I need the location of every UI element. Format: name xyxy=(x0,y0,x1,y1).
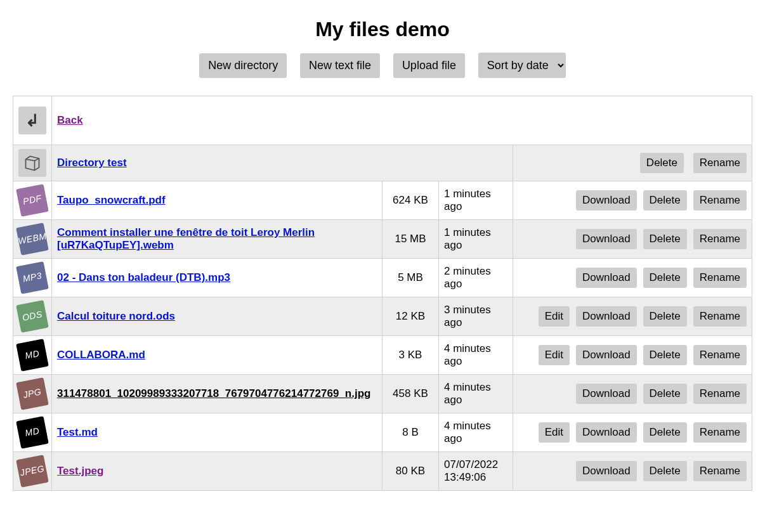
edit-button[interactable]: Edit xyxy=(539,422,570,443)
file-row: WEBMComment installer une fenêtre de toi… xyxy=(13,220,752,259)
file-actions: EditDownloadDeleteRename xyxy=(513,297,752,336)
directory-link[interactable]: Directory test xyxy=(57,157,127,169)
file-actions: DownloadDeleteRename xyxy=(513,452,752,491)
file-time: 3 minutes ago xyxy=(439,297,513,336)
delete-button[interactable]: Delete xyxy=(643,306,687,327)
sort-select[interactable]: Sort by date xyxy=(478,53,566,78)
file-size: 458 KB xyxy=(383,375,439,413)
file-type-icon[interactable]: JPEG xyxy=(16,455,49,488)
file-size: 12 KB xyxy=(383,297,439,336)
file-row: PDFTaupo_snowcraft.pdf624 KB1 minutes ag… xyxy=(13,181,752,220)
file-actions: DownloadDeleteRename xyxy=(513,259,752,297)
delete-button[interactable]: Delete xyxy=(643,190,687,211)
edit-button[interactable]: Edit xyxy=(539,345,570,365)
rename-button[interactable]: Rename xyxy=(693,345,747,365)
file-link[interactable]: Taupo_snowcraft.pdf xyxy=(57,194,166,206)
file-time: 1 minutes ago xyxy=(439,220,513,259)
folder-icon[interactable] xyxy=(18,149,46,177)
file-type-icon[interactable]: MD xyxy=(16,416,49,449)
delete-button[interactable]: Delete xyxy=(640,153,684,173)
file-size: 15 MB xyxy=(383,220,439,259)
file-size: 8 B xyxy=(383,413,439,452)
new-directory-button[interactable]: New directory xyxy=(199,53,287,78)
rename-button[interactable]: Rename xyxy=(693,384,747,404)
file-row: MDTest.md8 B4 minutes agoEditDownloadDel… xyxy=(13,413,752,452)
file-size: 80 KB xyxy=(383,452,439,491)
file-row: MP302 - Dans ton baladeur (DTB).mp35 MB2… xyxy=(13,259,752,297)
rename-button[interactable]: Rename xyxy=(693,422,747,443)
delete-button[interactable]: Delete xyxy=(643,345,687,365)
delete-button[interactable]: Delete xyxy=(643,384,687,404)
download-button[interactable]: Download xyxy=(576,306,637,327)
file-link[interactable]: 311478801_10209989333207718_767970477621… xyxy=(57,387,370,399)
files-table: ↲ Back Directory test Delete xyxy=(13,96,752,491)
back-icon[interactable]: ↲ xyxy=(18,107,46,134)
rename-button[interactable]: Rename xyxy=(693,229,747,249)
download-button[interactable]: Download xyxy=(576,422,637,443)
file-type-icon[interactable]: WEBM xyxy=(16,223,49,256)
delete-button[interactable]: Delete xyxy=(643,422,687,443)
download-button[interactable]: Download xyxy=(576,190,637,211)
toolbar: New directory New text file Upload file … xyxy=(13,53,752,78)
file-link[interactable]: COLLABORA.md xyxy=(57,349,145,361)
rename-button[interactable]: Rename xyxy=(693,153,747,173)
edit-button[interactable]: Edit xyxy=(539,306,570,327)
file-row: MDCOLLABORA.md3 KB4 minutes agoEditDownl… xyxy=(13,336,752,375)
rename-button[interactable]: Rename xyxy=(693,461,747,481)
file-link[interactable]: Test.jpeg xyxy=(57,465,103,477)
file-link[interactable]: Calcul toiture nord.ods xyxy=(57,310,175,322)
file-link[interactable]: 02 - Dans ton baladeur (DTB).mp3 xyxy=(57,271,230,283)
file-actions: DownloadDeleteRename xyxy=(513,220,752,259)
file-type-icon[interactable]: JPG xyxy=(16,377,49,410)
file-type-icon[interactable]: MD xyxy=(16,339,49,372)
file-time: 4 minutes ago xyxy=(439,336,513,375)
file-type-icon[interactable]: MP3 xyxy=(16,261,49,294)
delete-button[interactable]: Delete xyxy=(643,461,687,481)
download-button[interactable]: Download xyxy=(576,345,637,365)
rename-button[interactable]: Rename xyxy=(693,268,747,288)
download-button[interactable]: Download xyxy=(576,461,637,481)
file-size: 3 KB xyxy=(383,336,439,375)
file-size: 5 MB xyxy=(383,259,439,297)
rename-button[interactable]: Rename xyxy=(693,306,747,327)
file-time: 2 minutes ago xyxy=(439,259,513,297)
file-actions: DownloadDeleteRename xyxy=(513,375,752,413)
new-text-file-button[interactable]: New text file xyxy=(300,53,380,78)
file-actions: EditDownloadDeleteRename xyxy=(513,413,752,452)
file-link[interactable]: Test.md xyxy=(57,426,98,438)
page-title: My files demo xyxy=(13,18,752,41)
rename-button[interactable]: Rename xyxy=(693,190,747,211)
file-link[interactable]: Comment installer une fenêtre de toit Le… xyxy=(57,226,315,251)
back-link[interactable]: Back xyxy=(57,114,83,126)
download-button[interactable]: Download xyxy=(576,229,637,249)
directory-row: Directory test Delete Rename xyxy=(13,145,752,181)
file-actions: EditDownloadDeleteRename xyxy=(513,336,752,375)
file-time: 4 minutes ago xyxy=(439,413,513,452)
upload-file-button[interactable]: Upload file xyxy=(393,53,465,78)
file-size: 624 KB xyxy=(383,181,439,220)
file-type-icon[interactable]: PDF xyxy=(16,184,49,217)
file-time: 1 minutes ago xyxy=(439,181,513,220)
file-row: JPEGTest.jpeg80 KB07/07/2022 13:49:06Dow… xyxy=(13,452,752,491)
file-type-icon[interactable]: ODS xyxy=(16,300,49,333)
file-row: ODSCalcul toiture nord.ods12 KB3 minutes… xyxy=(13,297,752,336)
delete-button[interactable]: Delete xyxy=(643,268,687,288)
file-actions: DownloadDeleteRename xyxy=(513,181,752,220)
download-button[interactable]: Download xyxy=(576,268,637,288)
file-time: 4 minutes ago xyxy=(439,375,513,413)
back-row: ↲ Back xyxy=(13,96,752,145)
delete-button[interactable]: Delete xyxy=(643,229,687,249)
file-time: 07/07/2022 13:49:06 xyxy=(439,452,513,491)
file-row: JPG311478801_10209989333207718_767970477… xyxy=(13,375,752,413)
download-button[interactable]: Download xyxy=(576,384,637,404)
